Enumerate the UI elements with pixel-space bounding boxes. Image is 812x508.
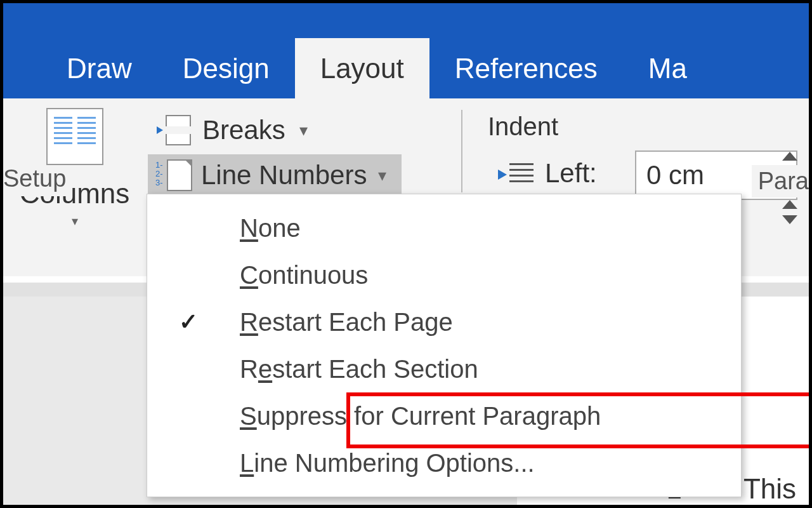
spinner-down-icon[interactable]: [782, 215, 797, 224]
indent-left-value: 0 cm: [646, 160, 704, 190]
checkmark-icon: ✓: [179, 309, 198, 335]
spinner-up-icon[interactable]: [782, 200, 797, 209]
ribbon-tabs: Draw Design Layout References Ma: [3, 3, 809, 98]
menu-item-line-numbering-options[interactable]: Line Numbering Options...: [147, 439, 741, 486]
menu-item-continuous[interactable]: Continuous: [147, 251, 741, 298]
indent-left-label: Left:: [545, 158, 597, 189]
paragraph-group-label: Para: [752, 165, 809, 197]
page-setup-group-label: Setup: [3, 165, 66, 196]
chevron-down-icon: ▾: [10, 213, 140, 229]
indent-left-icon: [498, 162, 534, 187]
columns-icon: [46, 108, 103, 165]
line-numbers-icon: 1-2-3-: [155, 159, 192, 191]
chevron-down-icon: ▾: [299, 121, 308, 140]
tab-references[interactable]: References: [429, 38, 623, 98]
menu-item-suppress-current-paragraph[interactable]: Suppress for Current Paragraph: [147, 392, 741, 439]
tab-draw[interactable]: Draw: [41, 38, 157, 98]
menu-item-none[interactable]: None: [147, 204, 741, 251]
tab-mailings[interactable]: Ma: [623, 38, 712, 98]
tab-design[interactable]: Design: [157, 38, 295, 98]
indent-header: Indent: [488, 112, 558, 141]
breaks-button[interactable]: Breaks ▾: [149, 110, 315, 150]
menu-item-restart-each-page[interactable]: ✓ Restart Each Page: [147, 298, 741, 345]
indent-right-spinner[interactable]: [782, 200, 802, 224]
menu-item-restart-each-section[interactable]: Restart Each Section: [147, 345, 741, 392]
chevron-down-icon: ▾: [378, 166, 386, 185]
line-numbers-button[interactable]: 1-2-3- Line Numbers ▾: [148, 154, 402, 196]
document-text[interactable]: This: [743, 473, 796, 505]
breaks-label: Breaks: [202, 115, 285, 145]
group-separator: [461, 110, 462, 192]
line-numbers-label: Line Numbers: [201, 160, 367, 190]
breaks-icon: [157, 115, 191, 145]
tab-layout[interactable]: Layout: [295, 38, 429, 98]
line-numbers-dropdown: None Continuous ✓ Restart Each Page Rest…: [147, 194, 742, 497]
spinner-up-icon[interactable]: [782, 152, 797, 161]
